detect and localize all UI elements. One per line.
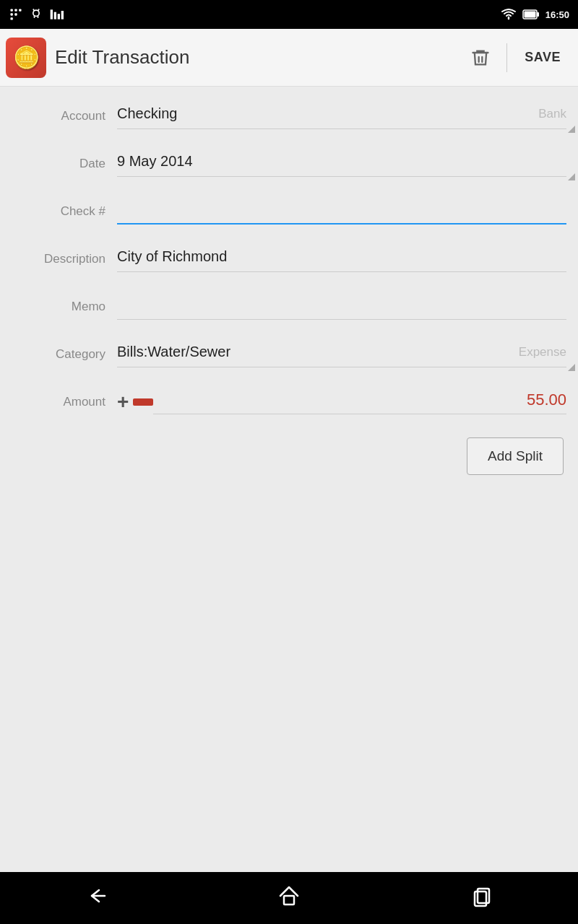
date-field[interactable]: 9 May 2014 [117,151,566,177]
svg-rect-0 [11,9,13,12]
description-field[interactable]: City of Richmond [117,246,566,272]
memo-row: Memo [0,283,578,331]
check-label: Check # [12,204,105,219]
date-value: 9 May 2014 [117,153,193,170]
date-label: Date [12,157,105,171]
nav-bar [0,872,578,924]
account-hint: Bank [538,107,566,121]
page-title: Edit Transaction [55,46,460,69]
logo-coins-icon: 🪙 [13,45,40,70]
save-button[interactable]: SAVE [513,38,572,78]
description-label: Description [12,252,105,266]
add-split-container: Add Split [0,426,578,487]
svg-rect-14 [537,12,539,17]
recents-button[interactable] [470,884,493,912]
status-bar: 16:50 [0,0,578,29]
form-section: Account Checking Bank Date 9 May 2014 Ch… [0,87,578,492]
description-row: Description City of Richmond [0,235,578,283]
svg-rect-12 [61,11,64,19]
amount-field[interactable]: 55.00 [153,391,566,414]
memo-field[interactable] [117,294,566,320]
amount-label: Amount [12,395,105,409]
app-bar-actions: SAVE [460,38,572,78]
delete-button[interactable] [460,38,501,78]
home-button[interactable] [277,884,301,912]
svg-rect-2 [19,9,21,12]
recents-icon [470,884,493,907]
account-label: Account [12,109,105,123]
category-field[interactable]: Bills:Water/Sewer Expense [117,341,566,367]
status-bar-right: 16:50 [501,9,569,20]
amount-minus-button[interactable] [133,398,153,406]
dropdown-indicator [568,126,575,133]
account-row: Account Checking Bank [0,92,578,140]
description-value: City of Richmond [117,248,227,265]
svg-rect-16 [284,896,294,905]
svg-rect-10 [54,12,56,19]
svg-rect-8 [38,16,39,18]
amount-controls: + [117,392,153,412]
svg-point-6 [33,10,39,16]
app-bar: 🪙 Edit Transaction SAVE [0,29,578,87]
date-row: Date 9 May 2014 [0,140,578,188]
account-field[interactable]: Checking Bank [117,103,566,129]
notification-icon [9,7,23,22]
category-value: Bills:Water/Sewer [117,344,230,360]
home-icon [277,884,301,907]
amount-plus-button[interactable]: + [117,392,129,412]
amount-row: Amount + 55.00 [0,378,578,426]
divider [506,43,507,72]
status-bar-left [9,7,64,22]
amount-value: 55.00 [527,391,566,409]
category-row: Category Bills:Water/Sewer Expense [0,331,578,378]
svg-rect-11 [58,14,60,19]
add-split-button[interactable]: Add Split [467,437,564,475]
app-logo: 🪙 [6,38,46,78]
back-icon [85,884,108,907]
bars-icon [49,7,64,22]
svg-rect-3 [11,13,13,15]
svg-rect-7 [34,16,35,18]
dropdown-indicator [568,173,575,180]
category-label: Category [12,347,105,362]
category-hint: Expense [519,345,566,359]
main-content: Account Checking Bank Date 9 May 2014 Ch… [0,87,578,872]
trash-icon [470,48,491,68]
battery-icon [522,9,540,20]
memo-label: Memo [12,300,105,314]
svg-rect-4 [14,13,17,15]
status-time: 16:50 [545,9,569,20]
dropdown-indicator [568,364,575,371]
check-row: Check # [0,188,578,235]
svg-rect-15 [524,12,535,18]
svg-rect-1 [14,9,17,12]
svg-rect-9 [51,9,53,19]
wifi-icon [501,9,517,20]
account-value: Checking [117,105,177,122]
android-icon [29,7,43,22]
back-button[interactable] [85,884,108,912]
check-field[interactable] [117,199,566,225]
svg-rect-5 [11,17,13,19]
